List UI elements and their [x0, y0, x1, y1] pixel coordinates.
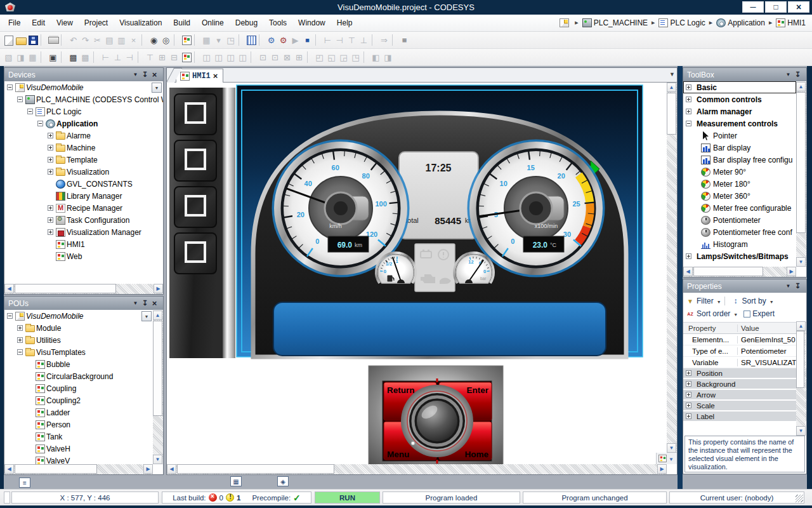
properties-vscrollbar[interactable] — [796, 321, 806, 436]
toolbox-item[interactable]: Measurement controls — [683, 117, 796, 130]
toolbar-icon[interactable] — [363, 51, 368, 63]
toolbar-icon[interactable]: ◧ — [370, 51, 382, 64]
scroll-up-icon[interactable] — [153, 311, 162, 320]
menu-item[interactable]: Visualization — [114, 16, 167, 30]
toolbox-item[interactable]: Common controls — [683, 93, 796, 105]
tachometer-gauge[interactable]: 051015202530 x100/min 23.0 °C — [469, 141, 603, 276]
toolbar-icon[interactable] — [315, 34, 320, 46]
toolbar-icon[interactable]: ◫ — [213, 51, 225, 64]
tree-row[interactable]: Library Manager — [4, 190, 163, 202]
toolbar-icon[interactable] — [41, 34, 45, 46]
toolbar-icon[interactable]: ⚙ — [277, 34, 289, 46]
hmi-side-button-3[interactable] — [174, 187, 216, 227]
toolbar-icon[interactable]: ⊤ — [144, 51, 156, 64]
property-group-row[interactable]: Position — [683, 368, 806, 379]
toolbar-icon[interactable]: ▤ — [103, 34, 115, 46]
tree-row[interactable]: Module — [4, 322, 153, 334]
scroll-right-icon[interactable] — [657, 464, 667, 474]
menu-item[interactable]: View — [51, 16, 79, 30]
menu-item[interactable]: Tools — [263, 16, 292, 30]
scroll-up-icon[interactable] — [796, 82, 806, 91]
toolbar-icon[interactable] — [93, 51, 98, 63]
scroll-left-icon[interactable] — [683, 267, 693, 276]
scroll-down-icon[interactable] — [153, 455, 162, 464]
toolbar-icon[interactable]: ⊥ — [112, 51, 124, 64]
toolbox-item[interactable]: Alarm manager — [683, 105, 796, 117]
scroll-thumb[interactable] — [796, 331, 804, 388]
tree-row[interactable]: Application — [4, 117, 163, 130]
scroll-right-icon[interactable] — [154, 284, 163, 293]
expander-icon[interactable] — [686, 413, 691, 419]
expander-icon[interactable] — [686, 392, 691, 398]
toolbar-icon[interactable]: ◰ — [313, 51, 325, 64]
toolbar-icon[interactable]: ⊠ — [281, 51, 293, 64]
expander-icon[interactable] — [27, 109, 33, 114]
scroll-up-icon[interactable] — [796, 321, 806, 331]
expander-icon[interactable] — [7, 313, 13, 319]
tab-close-icon[interactable] — [213, 71, 218, 81]
toolbox-item[interactable]: Meter 90° — [683, 166, 796, 178]
sort-order-button[interactable]: Sort order — [697, 309, 730, 318]
toolbar-icon[interactable]: ▩ — [67, 51, 79, 64]
expander-icon[interactable] — [48, 217, 53, 223]
toolbar-icon[interactable]: ⊢ — [322, 34, 334, 46]
messages-view-icon[interactable] — [19, 478, 30, 488]
toolbar-icon[interactable]: ⊥ — [358, 34, 370, 46]
expander-icon[interactable] — [686, 109, 691, 114]
toolbar-icon[interactable]: ⊣ — [124, 51, 136, 64]
sort-by-button[interactable]: Sort by — [742, 297, 766, 305]
toolbar-icon[interactable] — [141, 34, 146, 46]
menu-item[interactable]: Project — [79, 16, 114, 30]
expander-icon[interactable] — [7, 84, 13, 90]
pin-icon[interactable] — [793, 281, 802, 291]
tree-row[interactable]: Person — [4, 418, 153, 431]
toolbox-item[interactable]: Lamps/Switches/Bitmaps — [683, 250, 796, 262]
property-row[interactable]: Variable SR_VISUALIZATI... — [683, 357, 806, 368]
tree-row[interactable]: PLC_MACHINE (CODESYS Control Win — [4, 93, 163, 105]
toolbox-item[interactable]: Bar display — [683, 142, 796, 154]
toolbar-icon[interactable]: ⊤ — [346, 34, 358, 46]
hmi-side-button-4[interactable] — [174, 233, 216, 274]
column-header-property[interactable]: Property — [683, 324, 738, 332]
toolbar-icon[interactable] — [372, 34, 376, 46]
toolbar-icon[interactable] — [15, 34, 27, 46]
expander-icon[interactable] — [686, 403, 691, 408]
close-icon[interactable] — [150, 70, 159, 79]
expander-icon[interactable] — [48, 145, 53, 150]
expander-icon[interactable] — [686, 370, 691, 376]
tree-row[interactable]: Bubble — [4, 358, 153, 370]
toolbar-icon[interactable]: ⊣ — [334, 34, 346, 46]
tree-row[interactable]: Machine — [4, 142, 163, 154]
toolbar-icon[interactable] — [251, 51, 255, 63]
expander-icon[interactable] — [17, 325, 23, 331]
toolbox-item[interactable]: Meter 360° — [683, 190, 796, 202]
property-row[interactable]: Type of e... Potentiometer — [683, 345, 806, 357]
expert-checkbox[interactable] — [743, 311, 750, 318]
toolbar-icon[interactable]: ⊟ — [168, 51, 180, 64]
toolbar-icon[interactable] — [174, 34, 178, 46]
close-icon[interactable] — [150, 298, 159, 308]
menu-item[interactable]: Window — [292, 16, 331, 30]
breadcrumb-item[interactable]: PLC Logic — [658, 18, 716, 27]
toolbar-icon[interactable] — [61, 51, 65, 63]
toolbar-icon[interactable]: ▩ — [79, 51, 91, 64]
toolbox-item[interactable]: Meter free configurable — [683, 202, 796, 214]
scroll-thumb[interactable] — [667, 93, 676, 135]
toolbar-icon[interactable] — [47, 34, 59, 46]
toolbar-icon[interactable]: ▶ — [289, 34, 301, 46]
toolbar-icon[interactable]: ↷ — [79, 34, 91, 46]
fuel-gauge[interactable]: 01/21 — [376, 253, 416, 283]
current-user-status[interactable]: Current user: (nobody) — [669, 491, 804, 504]
expander-icon[interactable] — [17, 349, 23, 355]
toolbar-icon[interactable] — [180, 51, 192, 64]
tree-row[interactable]: Coupling2 — [4, 394, 153, 406]
expander-icon[interactable] — [17, 337, 23, 343]
toolbar-icon[interactable]: ◎ — [160, 34, 172, 46]
menu-item[interactable]: Edit — [26, 16, 51, 30]
panel-menu-icon[interactable] — [783, 70, 793, 79]
tree-row[interactable]: Web — [4, 250, 163, 262]
toolbox-item[interactable]: Bar display free configu — [683, 154, 796, 166]
scroll-right-icon[interactable] — [787, 267, 796, 276]
tree-row[interactable]: Utilities — [4, 334, 153, 346]
tree-row[interactable]: Task Configuration — [4, 214, 163, 226]
